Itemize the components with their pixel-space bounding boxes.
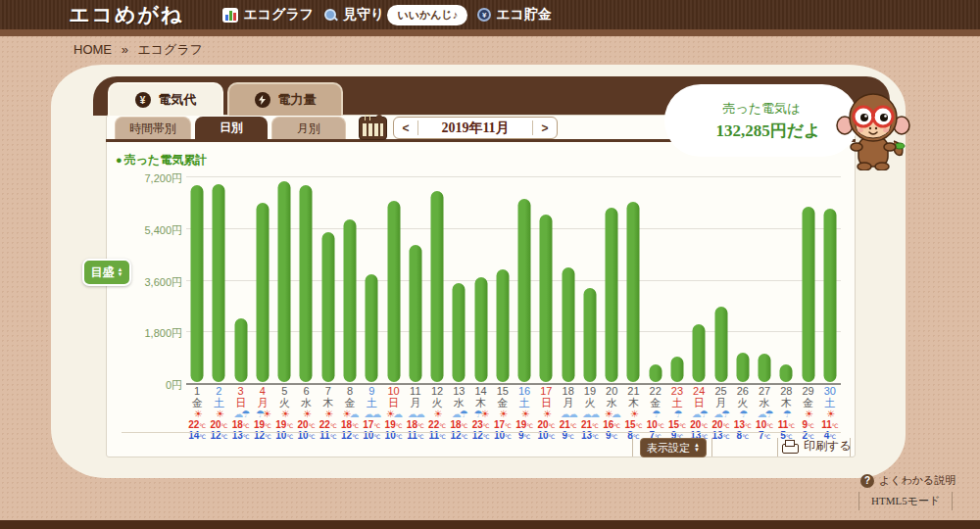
magnifier-icon [323, 8, 338, 23]
cloud-icon: ☁ [561, 409, 568, 419]
nav-label: エコ貯金 [496, 6, 552, 24]
nav-label: 見守り [343, 6, 384, 24]
x-label-day-2: 2土☀20℃12℃ [208, 386, 229, 442]
date-navigator: < 2019年11月 > [393, 117, 558, 139]
umbrella-icon: ☂ [700, 409, 707, 419]
printer-icon [782, 440, 798, 453]
x-labels-row: 1金☀22℃14℃2土☀20℃12℃3日☁☂18℃13℃4月☂☀19℃12℃5火… [186, 386, 841, 442]
display-settings-button[interactable]: 表示設定 ▲▼ [640, 438, 707, 457]
x-label-day-30: 30土☀11℃4℃ [819, 386, 841, 442]
plot-area [186, 176, 841, 383]
divider [632, 438, 633, 457]
bar-day-3 [234, 318, 247, 382]
print-label: 印刷する [804, 438, 852, 455]
bar-day-30 [823, 209, 836, 382]
nav-item-mimamori[interactable]: 見守り いいかんじ♪ [323, 5, 467, 25]
x-label-day-12: 12火☀22℃11℃ [426, 386, 448, 442]
bars-row [186, 176, 841, 383]
breadcrumb-current: エコグラフ [137, 42, 203, 57]
x-label-day-25: 25月☁☂20℃13℃ [710, 386, 731, 442]
bar-day-28 [780, 364, 793, 382]
subtab-tsukibetsu[interactable]: 月別 [271, 117, 346, 139]
sun-icon: ☀ [281, 409, 288, 419]
y-tick-label: 1,800円 [116, 326, 182, 341]
bar-column-day-19 [579, 176, 601, 383]
x-label-day-22: 22金☂10℃7℃ [645, 386, 666, 442]
breadcrumb-separator: » [122, 42, 128, 57]
legend-dot: ● [116, 154, 122, 166]
cloud-icon: ☁ [713, 409, 721, 419]
bar-column-day-23 [666, 176, 688, 383]
weather-icons: ☀ [797, 409, 818, 420]
bar-day-12 [431, 191, 444, 382]
subtab-jikantaibetsu[interactable]: 時間帯別 [115, 117, 191, 139]
bar-day-16 [518, 199, 531, 382]
bar-day-18 [562, 267, 574, 382]
cloud-icon: ☁ [692, 409, 700, 419]
cloud-icon: ☁ [590, 409, 598, 419]
speech-bubble: 売った電気は 132,285円だよ [664, 84, 858, 157]
sun-icon: ☀ [481, 409, 488, 419]
bar-column-day-2 [208, 176, 229, 383]
bar-column-day-8 [339, 176, 361, 383]
umbrella-icon: ☂ [739, 409, 746, 419]
help-link[interactable]: ? よくわかる説明 [860, 473, 956, 488]
legend-label: 売った電気累計 [124, 153, 208, 167]
sun-icon: ☀ [805, 409, 811, 419]
bar-day-21 [627, 202, 640, 382]
bar-day-4 [256, 203, 269, 382]
bar-column-day-17 [535, 176, 557, 383]
question-icon: ? [860, 474, 874, 488]
header-nav: エコグラフ 見守り いいかんじ♪ ¥ エコ貯金 [222, 5, 551, 25]
x-label-day-1: 1金☀22℃14℃ [186, 386, 208, 442]
bubble-line1: 売った電気は [723, 100, 801, 118]
tab-denkidai[interactable]: ¥ 電気代 [108, 82, 223, 116]
page-background: エコめがね エコグラフ 見守り いいかんじ♪ ¥ エコ貯金 HOME » エコグ… [0, 0, 980, 529]
nav-item-ecograph[interactable]: エコグラフ [222, 6, 314, 24]
bar-column-day-4 [252, 176, 273, 383]
bar-column-day-28 [775, 176, 797, 383]
sun-icon: ☀ [826, 409, 833, 419]
umbrella-icon: ☂ [474, 409, 481, 419]
coin-icon: ¥ [477, 8, 491, 22]
bar-column-day-16 [514, 176, 535, 383]
bubble-line2: 132,285円だよ [715, 120, 820, 142]
x-label-day-15: 15金☀17℃10℃ [492, 386, 514, 442]
x-label-day-13: 13水☁☂18℃12℃ [448, 386, 469, 442]
y-tick-label: 5,400円 [116, 223, 182, 238]
cloud-icon: ☁ [612, 409, 619, 419]
x-label-day-27: 27水☁☂10℃7℃ [754, 386, 775, 442]
scale-toggle-button[interactable]: 目盛 ▲▼ [82, 259, 131, 286]
bar-day-6 [300, 185, 313, 382]
bar-day-19 [583, 288, 596, 382]
current-month-label: 2019年11月 [418, 120, 532, 137]
cloud-icon: ☁ [349, 409, 357, 419]
bar-day-5 [278, 181, 291, 382]
calendar-icon[interactable] [359, 117, 387, 140]
x-label-day-29: 29金☀9℃2℃ [797, 386, 818, 442]
next-month-button[interactable]: > [533, 121, 557, 135]
sun-icon: ☀ [386, 409, 393, 419]
bar-day-25 [714, 307, 727, 382]
sun-icon: ☀ [630, 409, 637, 419]
prev-month-button[interactable]: < [394, 121, 417, 135]
x-label-day-6: 6水☀20℃10℃ [295, 386, 317, 442]
footer-bar [0, 520, 980, 529]
bar-column-day-9 [361, 176, 382, 383]
html5-mode-button[interactable]: HTML5モード [858, 492, 953, 510]
nav-item-ecochokin[interactable]: ¥ エコ貯金 [477, 6, 552, 24]
print-button[interactable]: 印刷する [782, 438, 852, 455]
x-label-day-26: 26火☂13℃8℃ [732, 386, 754, 442]
subtab-nichibetsu[interactable]: 日別 [195, 117, 268, 139]
tab-label: 電力量 [278, 91, 317, 109]
help-label: よくわかる説明 [879, 473, 956, 488]
breadcrumb-home-link[interactable]: HOME [74, 42, 112, 57]
bar-column-day-29 [797, 176, 818, 383]
cloud-icon: ☁ [452, 409, 460, 419]
bar-column-day-20 [601, 176, 622, 383]
tab-denryokuryo[interactable]: 電力量 [227, 82, 343, 116]
x-label-day-18: 18月☁☁21℃9℃ [558, 386, 579, 442]
sun-icon: ☀ [216, 409, 222, 419]
monkey-mascot-icon [835, 90, 911, 174]
bar-day-8 [343, 219, 356, 382]
